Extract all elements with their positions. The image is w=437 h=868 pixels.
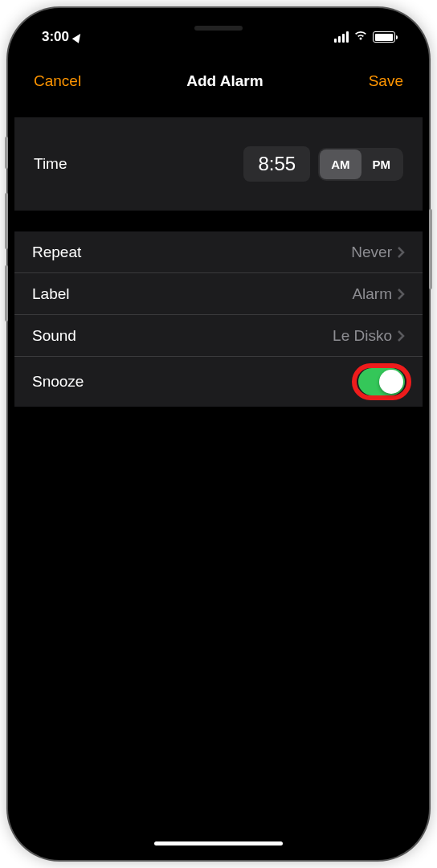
volume-down-button [5,265,8,321]
am-button[interactable]: AM [320,149,361,179]
snooze-toggle[interactable] [358,368,405,395]
battery-icon [373,31,395,43]
volume-up-button [5,193,8,249]
time-section: Time 8:55 AM PM [14,117,423,211]
page-title: Add Alarm [186,72,263,90]
toggle-knob [379,370,403,394]
location-icon [72,31,84,43]
label-label: Label [32,285,70,303]
repeat-label: Repeat [32,244,81,261]
screen: 3:00 Cancel Add Alarm Save [14,14,423,854]
time-controls: 8:55 AM PM [243,146,403,182]
sound-label: Sound [32,327,76,345]
snooze-row: Snooze [14,357,423,407]
save-button[interactable]: Save [369,72,403,90]
chevron-right-icon [397,330,405,342]
repeat-value: Never [351,244,392,261]
cancel-button[interactable]: Cancel [34,72,81,90]
ampm-segmented-control[interactable]: AM PM [318,148,403,181]
label-row[interactable]: Label Alarm [14,273,423,315]
sound-value: Le Disko [333,327,392,345]
status-time: 3:00 [42,29,69,45]
time-value-input[interactable]: 8:55 [243,146,310,182]
repeat-row[interactable]: Repeat Never [14,231,423,273]
power-button [429,209,432,289]
cellular-signal-icon [334,31,349,43]
label-value: Alarm [352,285,392,303]
status-left: 3:00 [42,29,82,45]
notch [126,14,311,42]
sound-row[interactable]: Sound Le Disko [14,315,423,357]
content: Time 8:55 AM PM Repeat Never [14,117,423,407]
speaker-grille [194,26,243,31]
phone-frame: 3:00 Cancel Add Alarm Save [8,8,429,860]
wifi-icon [353,29,368,45]
status-right [334,29,396,45]
snooze-label: Snooze [32,373,84,391]
nav-bar: Cancel Add Alarm Save [14,53,423,109]
time-label: Time [34,155,67,173]
pm-button[interactable]: PM [361,149,402,179]
chevron-right-icon [397,288,405,301]
home-indicator[interactable] [154,841,283,845]
chevron-right-icon [397,246,405,259]
settings-list: Repeat Never Label Alarm [14,231,423,407]
mute-switch [5,137,8,169]
